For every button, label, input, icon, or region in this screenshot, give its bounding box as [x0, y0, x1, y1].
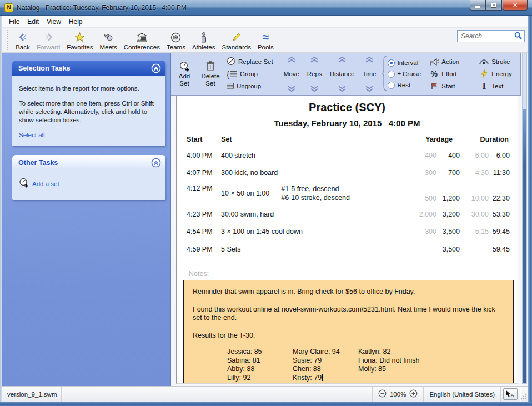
row-yard-cum: 3,200: [436, 210, 460, 218]
svg-text:A: A: [511, 393, 514, 398]
app-window: N Natalog - Practice: Tuesday, February …: [0, 0, 532, 406]
rest-radio[interactable]: Rest: [388, 79, 421, 91]
athletes-button[interactable]: Athletes: [189, 28, 219, 52]
t30-results: Jessica: 85 Sabina: 81 Abby: 88 Lilly: 9…: [227, 348, 504, 382]
set-row[interactable]: 4:12 PM 10 × 50 on 1:00 #1-5 free, desce…: [177, 184, 518, 202]
set-row[interactable]: 4:07 PM 300 kick, no board 300 700 4:30 …: [177, 167, 518, 178]
move-label: Move: [284, 71, 299, 77]
athletes-label: Athletes: [192, 44, 215, 51]
set-row[interactable]: 4:23 PM 30:00 swim, hard 2,000 3,200 30:…: [177, 209, 518, 219]
close-button[interactable]: ✕: [503, 0, 528, 11]
distance-up-button[interactable]: [337, 56, 347, 63]
radio-icon: [388, 82, 395, 89]
distance-down-button[interactable]: [337, 84, 347, 92]
ungroup-button[interactable]: Ungroup: [227, 81, 273, 92]
row-set-detail-1: #1-5 free, descend: [281, 184, 350, 193]
back-icon: [18, 32, 28, 43]
ungroup-icon: [227, 83, 234, 90]
menu-help[interactable]: Help: [65, 17, 87, 27]
ungroup-label: Ungroup: [237, 83, 261, 89]
notes-paragraph-2: Found this workout online at novel-swim-…: [193, 305, 504, 323]
cruise-label: ± Cruise: [398, 71, 421, 77]
cruise-radio[interactable]: ± Cruise: [388, 68, 421, 79]
back-button[interactable]: Back: [12, 28, 33, 52]
other-tasks-header[interactable]: Other Tasks: [12, 155, 165, 170]
total-yardage: 3,500: [403, 245, 460, 253]
meets-button[interactable]: Meets: [96, 28, 120, 52]
time-up-button[interactable]: [364, 56, 374, 63]
move-up-button[interactable]: [287, 56, 297, 63]
teams-button[interactable]: Teams: [163, 28, 189, 52]
energy-button[interactable]: Energy: [479, 69, 519, 78]
minimize-button[interactable]: [470, 0, 486, 11]
set-row[interactable]: 4:00 PM 400 stretch 400 400 6:00 6:00: [177, 150, 518, 161]
select-cursor-button[interactable]: A: [503, 388, 518, 400]
action-button[interactable]: Action: [429, 58, 471, 66]
notes-textarea[interactable]: Reminder that swim apparel is in. Bring …: [183, 280, 514, 384]
menu-view[interactable]: View: [43, 17, 65, 27]
scrollbar-thumb[interactable]: [523, 109, 526, 383]
rest-mode-group: Interval ± Cruise Rest: [380, 55, 423, 93]
time-label: Time: [362, 71, 376, 77]
replace-set-button[interactable]: Replace Set: [227, 56, 273, 67]
lightning-icon: [479, 69, 489, 78]
standards-label: Standards: [222, 44, 250, 51]
effort-label: Effort: [441, 71, 456, 77]
stroke-button[interactable]: Stroke: [479, 58, 519, 65]
row-start: 4:54 PM: [187, 228, 221, 235]
add-set-icon: [179, 61, 190, 72]
maximize-button[interactable]: [486, 0, 502, 11]
group-button[interactable]: { Group: [227, 68, 273, 79]
effort-button[interactable]: % Effort: [429, 69, 471, 78]
set-row[interactable]: 4:54 PM 3 × 100 on 1:45 cool down 300 3,…: [177, 226, 518, 237]
interval-radio[interactable]: Interval: [388, 57, 421, 68]
row-yard-cum: 3,500: [436, 228, 460, 235]
total-separator: [177, 242, 518, 242]
table-header: Start Set Yardage Duration: [177, 136, 518, 143]
search-icon[interactable]: [514, 32, 522, 41]
row-dur-add: 6:00: [460, 152, 489, 159]
vertical-scrollbar[interactable]: [522, 53, 527, 384]
menu-edit[interactable]: Edit: [23, 17, 43, 27]
select-all-link[interactable]: Select all: [19, 132, 45, 138]
bank-icon: [136, 32, 148, 43]
zoom-out-button[interactable]: [378, 389, 387, 399]
statusbar-language[interactable]: English (United States): [424, 387, 501, 402]
start-button[interactable]: Start: [429, 82, 471, 90]
add-a-set-link[interactable]: Add a set: [32, 180, 59, 188]
maximize-icon: [491, 3, 496, 7]
zoom-in-button[interactable]: [409, 389, 418, 399]
selection-tasks-header[interactable]: Selection Tasks: [12, 61, 165, 76]
forward-button[interactable]: Forward: [33, 28, 63, 52]
resize-grip[interactable]: [520, 387, 528, 402]
menu-file[interactable]: File: [5, 17, 23, 27]
radio-icon: [388, 71, 395, 78]
standards-button[interactable]: Standards: [218, 28, 254, 52]
content-area: Selection Tasks Select items in the repo…: [2, 53, 528, 386]
selection-tasks-title: Selection Tasks: [18, 64, 71, 72]
waves-icon: ≈: [263, 32, 269, 43]
add-set-button[interactable]: Add Set: [172, 55, 197, 93]
row-yard-add: 300: [403, 169, 436, 177]
row-set: 400 stretch: [221, 152, 403, 159]
pools-button[interactable]: ≈ Pools: [254, 28, 277, 52]
collapse-chevron-icon[interactable]: [151, 158, 161, 168]
time-down-button[interactable]: [364, 84, 374, 92]
group-label: Group: [240, 71, 258, 77]
text-label: Text: [491, 83, 503, 89]
text-button[interactable]: I Text: [479, 82, 503, 91]
collapse-chevron-icon[interactable]: [151, 63, 161, 73]
favorites-button[interactable]: Favorites: [63, 28, 96, 52]
conferences-button[interactable]: Conferences: [121, 28, 163, 52]
reps-up-button[interactable]: [309, 56, 319, 63]
meets-label: Meets: [99, 44, 117, 51]
interval-label: Interval: [398, 59, 419, 66]
total-row: 4:59 PM 5 Sets 3,500 59:45: [177, 245, 518, 253]
col-start: Start: [187, 136, 221, 143]
delete-set-button[interactable]: Delete Set: [197, 55, 224, 93]
window-left-border: [0, 16, 2, 406]
move-down-button[interactable]: [287, 84, 297, 92]
reps-down-button[interactable]: [309, 84, 319, 92]
search-input[interactable]: [460, 32, 514, 41]
window-controls: ✕: [470, 0, 528, 11]
